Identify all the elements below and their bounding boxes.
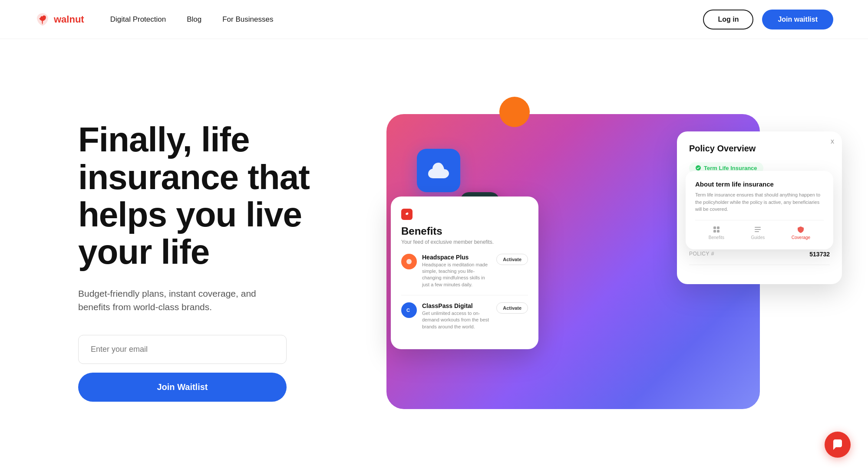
about-title: About term life insurance bbox=[695, 180, 824, 188]
svg-rect-12 bbox=[713, 230, 716, 233]
policy-row-number: POLICY # 513732 bbox=[689, 251, 830, 258]
benefits-title: Benefits bbox=[401, 225, 528, 237]
classpass-logo: C bbox=[405, 306, 413, 314]
nav-actions: Log in Join waitlist bbox=[703, 10, 833, 29]
policy-number-value: 513732 bbox=[809, 251, 830, 258]
blue-app-icon bbox=[417, 149, 460, 192]
svg-rect-10 bbox=[713, 226, 716, 229]
join-waitlist-hero-button[interactable]: Join Waitlist bbox=[78, 373, 287, 402]
policy-badge-text: Term Life Insurance bbox=[704, 165, 757, 171]
benefits-tab-icon bbox=[713, 226, 720, 233]
headspace-activate-button[interactable]: Activate bbox=[496, 254, 528, 265]
about-term-card: About term life insurance Term life insu… bbox=[686, 171, 833, 249]
about-text: Term life insurance ensures that should … bbox=[695, 191, 824, 213]
classpass-desc: Get unlimited access to on-demand workou… bbox=[422, 310, 491, 330]
nav-link-blog[interactable]: Blog bbox=[187, 15, 201, 24]
walnut-icon-small bbox=[403, 211, 410, 218]
benefit-item-classpass: C ClassPass Digital Get unlimited access… bbox=[401, 302, 528, 337]
hero-illustration: Benefits Your feed of exclusive member b… bbox=[365, 88, 833, 435]
tab-bar: Benefits Guides Cove bbox=[695, 220, 824, 240]
hero-subtext: Budget-friendly plans, instant coverage,… bbox=[78, 287, 287, 314]
headspace-icon bbox=[401, 254, 417, 269]
svg-rect-14 bbox=[755, 227, 761, 228]
svg-rect-13 bbox=[717, 230, 719, 233]
classpass-name: ClassPass Digital bbox=[422, 302, 491, 309]
svg-text:C: C bbox=[406, 308, 410, 313]
close-button[interactable]: x bbox=[831, 138, 834, 145]
nav-links: Digital Protection Blog For Businesses bbox=[110, 15, 703, 24]
tab-benefits[interactable]: Benefits bbox=[709, 226, 724, 240]
tab-coverage[interactable]: Coverage bbox=[792, 226, 810, 240]
guides-tab-icon bbox=[754, 226, 762, 233]
navigation: walnut Digital Protection Blog For Busin… bbox=[0, 0, 868, 39]
chat-bubble-button[interactable] bbox=[825, 432, 851, 458]
policy-card: x Policy Overview Term Life Insurance CO… bbox=[677, 131, 842, 284]
tab-coverage-label: Coverage bbox=[792, 235, 810, 240]
tab-guides[interactable]: Guides bbox=[751, 226, 765, 240]
hero-heading: Finally, life insurance that helps you l… bbox=[78, 121, 321, 271]
svg-rect-11 bbox=[717, 226, 719, 229]
policy-number-label: POLICY # bbox=[689, 251, 714, 258]
logo[interactable]: walnut bbox=[35, 12, 84, 27]
headspace-desc: Headspace is meditation made simple, tea… bbox=[422, 262, 491, 288]
cloud-icon bbox=[426, 157, 452, 183]
benefits-subtitle: Your feed of exclusive member benefits. bbox=[401, 239, 528, 245]
hero-section: Finally, life insurance that helps you l… bbox=[0, 39, 868, 475]
hero-left: Finally, life insurance that helps you l… bbox=[78, 121, 339, 402]
classpass-activate-button[interactable]: Activate bbox=[496, 302, 528, 314]
walnut-logo-icon bbox=[35, 12, 50, 27]
svg-rect-16 bbox=[755, 231, 759, 232]
headspace-name: Headspace Plus bbox=[422, 254, 491, 261]
walnut-small-logo bbox=[401, 209, 413, 220]
email-input[interactable] bbox=[78, 335, 287, 364]
login-button[interactable]: Log in bbox=[703, 10, 753, 29]
orange-circle-decoration bbox=[499, 97, 530, 127]
classpass-info: ClassPass Digital Get unlimited access t… bbox=[422, 302, 491, 330]
tab-benefits-label: Benefits bbox=[709, 235, 724, 240]
benefits-card: Benefits Your feed of exclusive member b… bbox=[391, 197, 538, 350]
svg-rect-15 bbox=[755, 229, 761, 230]
logo-text: walnut bbox=[54, 14, 84, 25]
svg-point-4 bbox=[406, 259, 412, 264]
coverage-tab-icon bbox=[797, 226, 805, 233]
classpass-icon: C bbox=[401, 302, 417, 318]
policy-title: Policy Overview bbox=[689, 144, 830, 154]
join-waitlist-nav-button[interactable]: Join waitlist bbox=[762, 10, 833, 29]
nav-link-for-businesses[interactable]: For Businesses bbox=[222, 15, 273, 24]
policy-divider-2 bbox=[689, 265, 830, 265]
nav-link-digital-protection[interactable]: Digital Protection bbox=[110, 15, 166, 24]
tab-guides-label: Guides bbox=[751, 235, 765, 240]
chat-icon bbox=[832, 439, 844, 451]
headspace-logo bbox=[405, 257, 413, 266]
headspace-info: Headspace Plus Headspace is meditation m… bbox=[422, 254, 491, 288]
check-icon bbox=[695, 165, 701, 171]
benefit-item-headspace: Headspace Plus Headspace is meditation m… bbox=[401, 254, 528, 296]
